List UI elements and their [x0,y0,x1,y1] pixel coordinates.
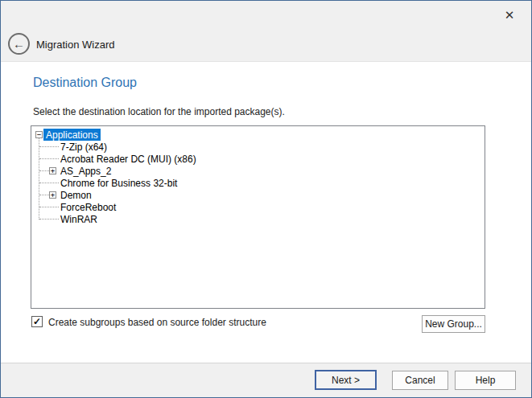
wizard-title: Migration Wizard [36,39,115,51]
tree-row-as-apps-2[interactable]: + AS_Apps_2 [31,165,485,177]
tree-row-demon[interactable]: + Demon [31,189,485,201]
tree-item-label[interactable]: Demon [58,189,94,201]
tree-item-label[interactable]: Applications [43,129,101,141]
tree-item-label[interactable]: WinRAR [58,213,100,225]
tree-item-label[interactable]: ForceReboot [58,201,118,213]
tree-row-7zip[interactable]: 7-Zip (x64) [31,141,485,153]
expand-icon[interactable]: + [49,167,56,174]
wizard-header: ✕ ← Migration Wizard [1,1,531,62]
footer-bar [1,363,531,397]
page-title: Destination Group [33,76,137,90]
create-subgroups-checkbox[interactable]: ✓ [31,316,43,327]
create-subgroups-label[interactable]: Create subgroups based on source folder … [48,317,266,328]
migration-wizard-window: ✕ ← Migration Wizard Destination Group S… [0,0,532,398]
tree-row-forcereboot[interactable]: ForceReboot [31,201,485,213]
new-group-button[interactable]: New Group... [422,315,485,333]
close-button[interactable]: ✕ [497,6,522,23]
tree-row-applications[interactable]: − Applications [31,129,485,141]
tree-item-label[interactable]: AS_Apps_2 [58,165,113,177]
tree-row-chrome[interactable]: Chrome for Business 32-bit [31,177,485,189]
checkmark-icon: ✓ [33,317,41,326]
back-button[interactable]: ← [8,33,30,55]
tree-item-label[interactable]: 7-Zip (x64) [58,141,109,153]
collapse-icon[interactable]: − [35,131,43,138]
expand-icon[interactable]: + [49,191,56,199]
destination-tree[interactable]: − Applications 7-Zip (x64) Acrobat Reade… [31,125,485,309]
tree-item-label[interactable]: Chrome for Business 32-bit [58,177,179,189]
next-button[interactable]: Next > [315,370,377,390]
help-button[interactable]: Help [455,371,516,390]
tree-item-label[interactable]: Acrobat Reader DC (MUI) (x86) [58,153,199,165]
back-arrow-icon: ← [13,38,25,50]
tree-row-acrobat[interactable]: Acrobat Reader DC (MUI) (x86) [31,153,485,165]
close-icon: ✕ [505,9,515,21]
cancel-button[interactable]: Cancel [392,371,448,390]
instruction-text: Select the destination location for the … [33,106,285,117]
tree-row-winrar[interactable]: WinRAR [31,213,485,225]
